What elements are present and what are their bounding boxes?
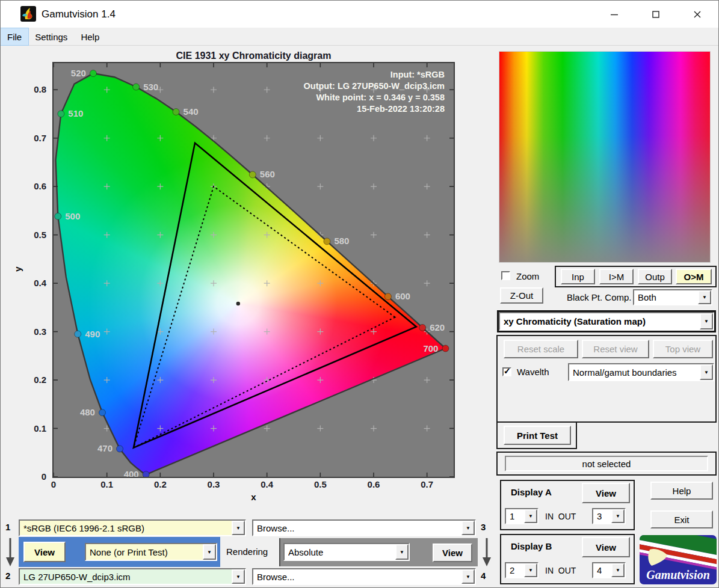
display-a-view-button[interactable]: View (582, 483, 630, 503)
grid-mark (157, 377, 163, 383)
wavelength-label-480: 480 (80, 407, 95, 417)
chevron-down-icon[interactable]: ▼ (524, 509, 537, 523)
menu-file[interactable]: File (1, 28, 28, 45)
wavelength-label-400: 400 (124, 469, 139, 477)
row-4-number: 4 (481, 571, 486, 581)
inp-button[interactable]: Inp (561, 269, 595, 284)
output-profile-value: LG 27UP650-W_dcip3.icm (23, 572, 131, 582)
chromaticity-plot[interactable]: 4004704804905005105205305405605806006207… (54, 63, 454, 477)
display-a-in-select[interactable]: 1 ▼ (505, 508, 538, 524)
y-tick-label: 0.2 (1, 375, 50, 385)
y-tick-label: 0.1 (1, 423, 50, 433)
wavelth-checkbox[interactable] (502, 367, 511, 376)
wavelength-dot-490 (75, 331, 81, 337)
y-tick-label: 0.8 (1, 84, 50, 94)
titlebar: Gamutvision 1.4 (1, 1, 718, 28)
wavelength-dot-520 (90, 70, 96, 77)
display-a-out-select[interactable]: 3 ▼ (592, 508, 626, 524)
grid-mark (157, 426, 163, 432)
chevron-down-icon[interactable]: ▼ (611, 509, 625, 523)
display-b-in-select[interactable]: 2 ▼ (505, 562, 538, 578)
display-b-view-button[interactable]: View (582, 537, 630, 557)
grid-mark (317, 426, 323, 432)
reset-view-button[interactable]: Reset view (582, 340, 649, 358)
zoom-checkbox[interactable] (501, 271, 510, 280)
browse-top-select[interactable]: Browse... ▼ (252, 519, 476, 536)
i-to-m-button[interactable]: I>M (599, 269, 634, 284)
grid-mark (211, 329, 217, 335)
view-left-button[interactable]: View (23, 542, 66, 562)
close-icon (693, 10, 702, 19)
menu-help[interactable]: Help (74, 28, 106, 45)
grid-mark (424, 135, 430, 141)
x-tick-label: 0.6 (360, 479, 387, 489)
chevron-down-icon[interactable]: ▼ (698, 290, 711, 304)
print-test-select-value: None (or Print Test) (90, 547, 168, 557)
wavelength-dot-400 (143, 471, 149, 477)
exit-button[interactable]: Exit (650, 510, 713, 528)
boundaries-select[interactable]: Normal/gamut boundaries ▼ (568, 363, 714, 381)
maximize-button[interactable] (641, 1, 671, 28)
x-tick-label: 0.3 (200, 479, 227, 489)
z-out-button[interactable]: Z-Out (500, 287, 543, 304)
close-button[interactable] (682, 1, 712, 28)
menu-settings[interactable]: Settings (28, 28, 74, 45)
wavelength-label-600: 600 (395, 291, 410, 301)
grid-mark (157, 135, 163, 141)
chevron-down-icon[interactable]: ▼ (203, 544, 216, 560)
selection-status-field: not selected (505, 456, 708, 471)
grid-mark (264, 377, 270, 383)
chevron-down-icon[interactable]: ▼ (232, 521, 245, 535)
reset-scale-button[interactable]: Reset scale (504, 340, 578, 358)
black-pt-comp-select[interactable]: Both ▼ (633, 289, 712, 305)
input-profile-select[interactable]: *sRGB (IEC6 1996-2.1 sRGB) ▼ (19, 519, 246, 536)
view-right-button[interactable]: View (433, 544, 472, 562)
rendering-label: Rendering (226, 547, 268, 557)
grid-mark (317, 280, 323, 286)
minimize-button[interactable] (599, 1, 629, 28)
outp-button[interactable]: Outp (638, 269, 672, 284)
chevron-down-icon[interactable]: ▼ (461, 521, 475, 535)
y-axis-title: y (13, 266, 23, 271)
top-view-button[interactable]: Top view (653, 340, 713, 358)
chevron-down-icon[interactable]: ▼ (700, 313, 713, 329)
wavelength-label-520: 520 (71, 68, 86, 78)
chevron-down-icon[interactable]: ▼ (395, 544, 409, 560)
o-to-m-button[interactable]: O>M (676, 269, 712, 284)
grid-mark (211, 232, 217, 238)
help-button[interactable]: Help (650, 482, 713, 500)
app-icon (20, 6, 36, 22)
rendering-intent-select[interactable]: Absolute ▼ (283, 543, 410, 561)
grid-mark (264, 135, 270, 141)
wavelength-dot-700 (442, 345, 449, 352)
logo-text: Gamutvision (646, 568, 710, 581)
input-gamut-sRGB (134, 186, 395, 448)
grid-mark (264, 280, 270, 286)
chevron-down-icon[interactable]: ▼ (611, 563, 625, 577)
print-test-button[interactable]: Print Test (504, 426, 571, 445)
grid-mark (104, 232, 110, 238)
chevron-down-icon[interactable]: ▼ (524, 563, 537, 577)
chevron-down-icon[interactable]: ▼ (232, 569, 245, 584)
chevron-down-icon[interactable]: ▼ (700, 364, 713, 380)
grid-mark (264, 426, 270, 432)
grid-mark (424, 426, 430, 432)
display-a-out-value: 3 (597, 511, 602, 521)
y-tick-label: 0.4 (1, 278, 50, 288)
browse-bottom-select[interactable]: Browse... ▼ (252, 568, 476, 585)
grid-mark (317, 329, 323, 335)
print-test-select[interactable]: None (or Print Test) ▼ (85, 543, 217, 561)
view-mode-select[interactable]: xy Chromaticity (Saturation map) ▼ (499, 312, 714, 331)
x-tick-label: 0.5 (307, 479, 333, 489)
grid-mark (211, 377, 217, 383)
wavelength-dot-540 (173, 109, 179, 115)
chevron-down-icon[interactable]: ▼ (461, 569, 475, 584)
output-profile-select[interactable]: LG 27UP650-W_dcip3.icm ▼ (19, 568, 246, 585)
wavelength-label-540: 540 (184, 106, 199, 117)
window-title: Gamutvision 1.4 (42, 1, 116, 28)
grid-mark (211, 280, 217, 286)
display-b-out-select[interactable]: 4 ▼ (592, 562, 626, 578)
grid-mark (264, 87, 270, 93)
grid-mark (371, 183, 377, 189)
wavelength-label-470: 470 (97, 443, 113, 453)
